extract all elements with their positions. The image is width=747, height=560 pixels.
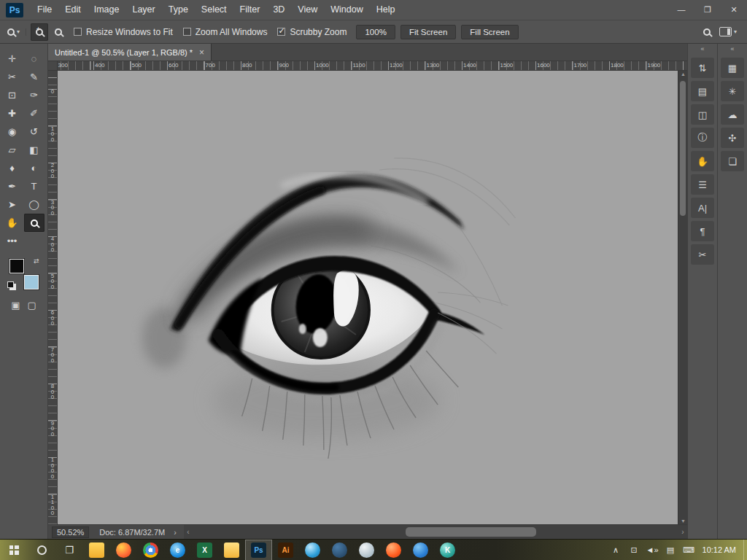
- panel-libraries[interactable]: ☁: [721, 104, 744, 125]
- menu-7[interactable]: 3D: [266, 0, 291, 20]
- start-button[interactable]: [0, 540, 28, 560]
- toolbar-quick-mask[interactable]: ▣: [11, 300, 20, 311]
- menu-1[interactable]: Edit: [58, 0, 88, 20]
- panel-brush-settings[interactable]: ▤: [691, 81, 714, 101]
- active-tool-preset[interactable]: ▾: [4, 28, 26, 36]
- tray-network[interactable]: ⊡: [625, 540, 643, 560]
- tool-hand[interactable]: ✋: [2, 214, 23, 232]
- tray-notes[interactable]: ▤: [662, 540, 680, 560]
- tool-pen[interactable]: ✒: [2, 177, 23, 195]
- vertical-scrollbar-thumb[interactable]: [680, 81, 686, 216]
- collapse-panels-icon[interactable]: «: [688, 44, 717, 55]
- scroll-right-icon[interactable]: ›: [678, 525, 687, 539]
- taskbar-app-blue-browser[interactable]: [407, 540, 434, 560]
- tool-history-brush[interactable]: ↺: [24, 122, 44, 141]
- menu-9[interactable]: Window: [324, 0, 369, 20]
- cortana-search-button[interactable]: [28, 540, 55, 560]
- panel-paragraph[interactable]: ¶: [691, 221, 714, 241]
- tool-path-selection[interactable]: ➤: [2, 195, 23, 214]
- scroll-up-icon[interactable]: ▲: [678, 71, 688, 77]
- zoom-level-field[interactable]: 50.52%: [52, 526, 89, 538]
- scroll-left-icon[interactable]: ‹: [184, 525, 193, 539]
- menu-8[interactable]: View: [291, 0, 324, 20]
- taskbar-app-chrome[interactable]: [137, 540, 164, 560]
- button-0[interactable]: 100%: [356, 25, 395, 39]
- tool-more-tools[interactable]: •••: [2, 232, 23, 250]
- menu-2[interactable]: Image: [88, 0, 126, 20]
- taskbar-app-firefox[interactable]: [110, 540, 137, 560]
- horizontal-scrollbar-thumb[interactable]: [406, 527, 536, 537]
- tool-lasso[interactable]: ✂: [2, 68, 23, 86]
- panel-adjustments[interactable]: ⇅: [691, 58, 714, 78]
- taskbar-app-opera[interactable]: [380, 540, 407, 560]
- tool-zoom[interactable]: [24, 214, 44, 232]
- close-icon[interactable]: ×: [199, 47, 204, 58]
- window-minimize[interactable]: —: [668, 0, 694, 20]
- checkbox-scrubby-zoom[interactable]: Scrubby Zoom: [277, 27, 347, 37]
- menu-3[interactable]: Layer: [125, 0, 161, 20]
- toolbar-screen-mode[interactable]: ▢: [28, 300, 36, 311]
- tool-eraser[interactable]: ▱: [2, 141, 23, 159]
- tool-healing-brush[interactable]: ✚: [2, 104, 23, 122]
- workspace-switcher[interactable]: ▾: [719, 27, 737, 36]
- taskbar-app-file-explorer[interactable]: [83, 540, 110, 560]
- search-icon[interactable]: [703, 28, 711, 36]
- tool-clone-stamp[interactable]: ◉: [2, 122, 23, 141]
- panel-actions[interactable]: ✂: [691, 244, 714, 265]
- tray-keyboard[interactable]: ⌨: [680, 540, 698, 560]
- panel-layers[interactable]: ❏: [721, 151, 744, 171]
- zoom-in-button[interactable]: +: [31, 23, 48, 41]
- taskbar-app-kmplayer[interactable]: K: [434, 540, 461, 560]
- show-desktop-button[interactable]: [743, 540, 747, 560]
- menu-4[interactable]: Type: [162, 0, 195, 20]
- status-chevron-icon[interactable]: ›: [174, 528, 177, 537]
- collapse-panels-icon[interactable]: «: [718, 44, 747, 55]
- button-2[interactable]: Fill Screen: [461, 25, 518, 39]
- menu-6[interactable]: Filter: [233, 0, 267, 20]
- checkbox-resize-windows-to-fit[interactable]: Resize Windows to Fit: [74, 27, 173, 37]
- document-tab[interactable]: Untitled-1 @ 50.5% (Layer 1, RGB/8) * ×: [48, 44, 212, 61]
- panel-paths[interactable]: ✣: [721, 128, 744, 148]
- taskbar-app-edge[interactable]: e: [164, 540, 191, 560]
- menu-5[interactable]: Select: [195, 0, 233, 20]
- canvas[interactable]: [58, 71, 678, 524]
- foreground-color-swatch[interactable]: [9, 259, 24, 273]
- panel-info[interactable]: ⓘ: [691, 128, 714, 148]
- task-view-button[interactable]: ❐: [55, 540, 83, 560]
- panel-3d[interactable]: ✋: [691, 151, 714, 171]
- zoom-out-button[interactable]: −: [50, 23, 67, 41]
- taskbar-app-folder[interactable]: [218, 540, 245, 560]
- tool-crop[interactable]: ⊡: [2, 86, 23, 104]
- tool-eyedropper[interactable]: ✑: [24, 86, 44, 104]
- button-1[interactable]: Fit Screen: [400, 25, 456, 39]
- menu-0[interactable]: File: [31, 0, 58, 20]
- default-colors-icon[interactable]: [7, 281, 14, 288]
- menu-10[interactable]: Help: [370, 0, 402, 20]
- window-close[interactable]: ✕: [721, 0, 747, 20]
- tool-ellipse-shape[interactable]: ◯: [24, 195, 44, 214]
- panel-swatches[interactable]: ▦: [721, 58, 744, 78]
- taskbar-clock[interactable]: 10:12 AM: [698, 540, 743, 560]
- checkbox-zoom-all-windows[interactable]: Zoom All Windows: [183, 27, 268, 37]
- tool-dodge[interactable]: ◐: [24, 159, 44, 177]
- swap-colors-icon[interactable]: ⇄: [34, 257, 39, 265]
- taskbar-app-thunderbird[interactable]: [326, 540, 353, 560]
- tray-hidden-icons[interactable]: ∧: [607, 540, 625, 560]
- tool-type[interactable]: T: [24, 177, 44, 195]
- scroll-down-icon[interactable]: ▼: [678, 518, 688, 524]
- tool-move[interactable]: ✛: [2, 50, 23, 68]
- taskbar-app-excel[interactable]: X: [191, 540, 218, 560]
- panel-clone-source[interactable]: ◫: [691, 104, 714, 125]
- panel-history[interactable]: ☰: [691, 174, 714, 195]
- taskbar-app-safari[interactable]: [353, 540, 380, 560]
- taskbar-app-skype[interactable]: [299, 540, 326, 560]
- window-restore[interactable]: ❐: [694, 0, 721, 20]
- vertical-scrollbar[interactable]: ▲ ▼: [678, 71, 687, 524]
- tool-gradient[interactable]: ◧: [24, 141, 44, 159]
- taskbar-app-illustrator[interactable]: Ai: [272, 540, 299, 560]
- panel-styles[interactable]: ✳: [721, 81, 744, 101]
- taskbar-app-photoshop[interactable]: Ps: [245, 540, 272, 560]
- horizontal-scrollbar[interactable]: ‹ ›: [184, 525, 687, 539]
- tool-blur[interactable]: ♦: [2, 159, 23, 177]
- tool-quick-selection[interactable]: ✎: [24, 68, 44, 86]
